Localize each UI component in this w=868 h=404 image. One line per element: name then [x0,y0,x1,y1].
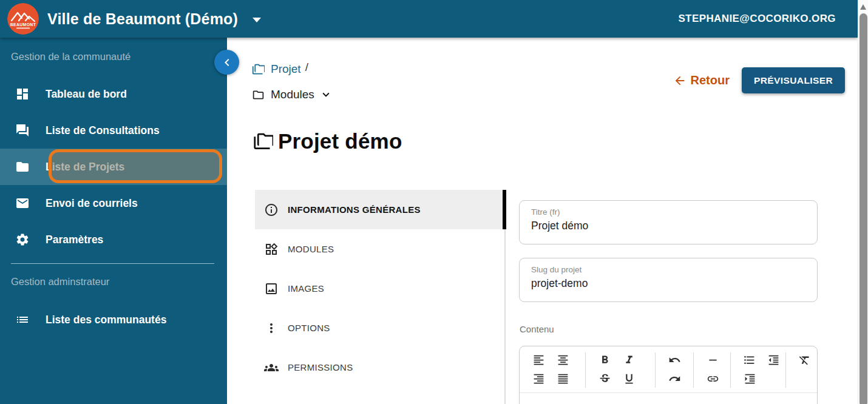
folder-copy-icon [253,132,273,152]
forum-icon [15,123,30,138]
sidebar-item-liste-de-consultations[interactable]: Liste de Consultations [0,112,227,149]
tab-options[interactable]: OPTIONS [255,308,506,348]
align-left-icon [532,354,545,366]
breadcrumb-separator: / [305,61,308,74]
settings-icon [15,232,30,247]
editor-toolbar [520,346,817,393]
italic-icon [623,354,636,366]
click-highlight-annotation [49,149,222,183]
format-clear-button[interactable] [793,351,816,369]
slug-input-value: projet-demo [531,277,805,290]
align-right-icon [532,372,545,385]
list-icon [15,312,30,327]
user-email[interactable]: STEPHANIE@COCORIKO.ORG [678,13,836,25]
redo-button[interactable] [662,369,687,388]
page-title-row: Projet démo [253,129,402,153]
bulleted-list-icon [743,354,756,366]
community-name: Ville de Beaumont (Démo) [47,10,238,28]
title-input-label: Titre (fr) [531,207,805,217]
tab-label: INFORMATIONS GÉNÉRALES [288,204,421,215]
sidebar-item-label: Liste des communautés [46,314,166,326]
indent-increase-button[interactable] [737,369,762,388]
redo-icon [668,372,681,385]
title-input[interactable]: Titre (fr) Projet démo [519,200,818,244]
chevron-down-icon [253,18,261,22]
sidebar-item-envoi-de-courriels[interactable]: Envoi de courriels [0,185,227,221]
align-left-button[interactable] [526,351,551,369]
tab-modules[interactable]: MODULES [255,229,506,269]
sidebar-nav-admin: Liste des communautés [0,301,227,338]
align-center-button[interactable] [551,351,575,369]
tab-label: OPTIONS [288,323,330,333]
tab-label: IMAGES [288,283,324,294]
sidebar-section-community: Gestion de la communauté [11,51,131,62]
format-clear-icon [798,354,811,366]
page-title: Projet démo [278,129,402,153]
underline-icon [623,372,636,385]
preview-button[interactable]: PRÉVISUALISER [742,67,845,93]
underline-button[interactable] [617,369,641,388]
horizontal-rule-button[interactable] [700,351,725,369]
strikethrough-icon [598,372,611,385]
italic-button[interactable] [617,351,641,369]
indent-decrease-button[interactable] [762,351,786,369]
arrow-back-icon [673,74,687,87]
clear-group [786,351,816,392]
align-justify-button[interactable] [551,369,575,388]
sidebar-item-liste-des-communautes[interactable]: Liste des communautés [0,301,227,338]
list-group [731,351,785,392]
indent-decrease-icon [767,354,780,366]
page-scrollbar[interactable] [858,0,868,404]
breadcrumb-level2: Modules [271,88,314,101]
email-icon [15,196,30,210]
folder-copy-icon [252,63,265,76]
sidebar-item-label: Paramètres [46,234,103,246]
breadcrumb-projet-link[interactable]: Projet / [252,61,333,78]
sidebar-collapse-button[interactable] [214,50,239,75]
tab-permissions[interactable]: PERMISSIONS [255,348,506,387]
horizontal-rule-icon [707,354,719,366]
sidebar: Gestion de la communauté Tableau de bord… [0,38,227,404]
bulleted-list-button[interactable] [737,351,762,369]
beaumont-logo-icon: BEAUMONT [7,3,39,35]
undo-icon [668,354,681,366]
history-group [656,351,693,392]
sidebar-item-tableau-de-bord[interactable]: Tableau de bord [0,76,227,112]
title-input-value: Projet démo [531,220,805,232]
tab-informations-generales[interactable]: INFORMATIONS GÉNÉRALES [255,190,506,229]
editor-content-area[interactable] [520,393,817,404]
indent-increase-icon [744,372,756,385]
back-link[interactable]: Retour [673,73,730,87]
sidebar-item-label: Liste de Consultations [46,124,160,137]
strikethrough-button[interactable] [592,369,617,388]
chevron-down-icon [319,88,333,101]
breadcrumb-level1: Projet [271,62,301,76]
community-switcher[interactable]: Ville de Beaumont (Démo) [47,10,261,28]
main-content: Projet / Modules Retour PRÉVISUALISER Pr… [227,38,858,404]
bold-button[interactable] [592,351,617,369]
tab-images[interactable]: IMAGES [255,269,506,308]
align-right-button[interactable] [526,369,551,388]
folder-outline-icon [252,89,265,101]
sidebar-item-label: Envoi de courriels [46,197,138,210]
link-button[interactable] [700,369,725,388]
slug-input[interactable]: Slug du projet projet-demo [519,258,818,302]
sidebar-section-admin: Gestion adminstrateur [11,276,109,288]
content-label: Contenu [520,324,554,334]
text-style-group [586,351,655,392]
align-center-icon [557,354,569,366]
dashboard-icon [15,87,30,101]
rich-text-editor [519,346,818,404]
scrollbar-thumb[interactable] [860,13,867,404]
tab-label: PERMISSIONS [288,362,353,372]
breadcrumb: Projet / Modules [252,61,333,112]
community-logo: BEAUMONT [7,3,39,35]
folder-icon [15,160,30,174]
back-label: Retour [691,73,730,87]
scroll-up-arrow-icon[interactable] [860,4,866,10]
sidebar-item-parametres[interactable]: Paramètres [0,221,227,258]
undo-button[interactable] [662,351,687,369]
settings-tabs: INFORMATIONS GÉNÉRALES MODULES IMAGES OP… [255,190,506,404]
widgets-icon [264,242,279,257]
breadcrumb-modules-dropdown[interactable]: Modules [252,86,333,103]
